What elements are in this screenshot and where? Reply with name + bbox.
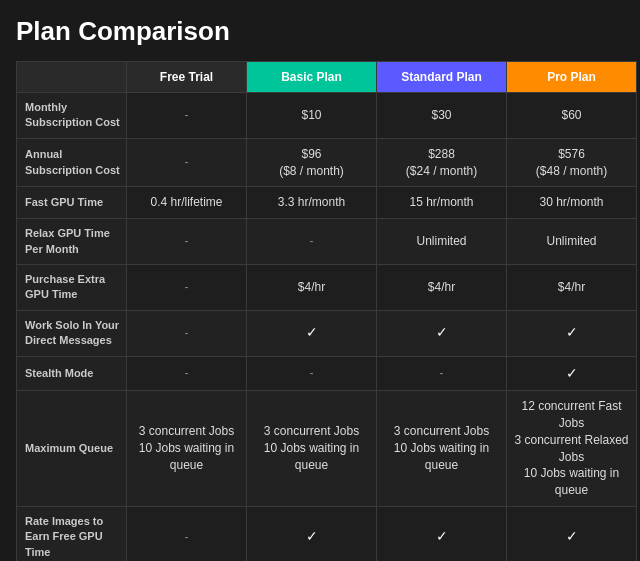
cell-basic: - [247,219,377,265]
table-row: Monthly Subscription Cost-$10$30$60 [17,93,637,139]
table-row: Stealth Mode---✓ [17,356,637,391]
col-header-pro: Pro Plan [507,62,637,93]
cell-feature: Purchase Extra GPU Time [17,264,127,310]
cell-pro: ✓ [507,356,637,391]
dash-icon: - [185,108,189,122]
cell-standard: $288 ($24 / month) [377,138,507,187]
dash-icon: - [185,155,189,169]
table-row: Maximum Queue3 concurrent Jobs 10 Jobs w… [17,391,637,507]
cell-basic: $96 ($8 / month) [247,138,377,187]
cell-basic: ✓ [247,310,377,356]
cell-feature: Work Solo In Your Direct Messages [17,310,127,356]
cell-free: 3 concurrent Jobs 10 Jobs waiting in que… [127,391,247,507]
dash-icon: - [185,530,189,544]
cell-pro: 30 hr/month [507,187,637,219]
cell-feature: Fast GPU Time [17,187,127,219]
dash-icon: - [185,366,189,380]
table-row: Rate Images to Earn Free GPU Time-✓✓✓ [17,506,637,561]
cell-pro: Unlimited [507,219,637,265]
check-icon: ✓ [436,528,448,544]
cell-pro: ✓ [507,506,637,561]
cell-feature: Maximum Queue [17,391,127,507]
table-row: Work Solo In Your Direct Messages-✓✓✓ [17,310,637,356]
check-icon: ✓ [436,324,448,340]
cell-standard: Unlimited [377,219,507,265]
cell-feature: Rate Images to Earn Free GPU Time [17,506,127,561]
col-header-basic: Basic Plan [247,62,377,93]
cell-standard: - [377,356,507,391]
dash-icon: - [310,366,314,380]
cell-feature: Relax GPU Time Per Month [17,219,127,265]
dash-icon: - [185,280,189,294]
cell-free: - [127,506,247,561]
cell-standard: $4/hr [377,264,507,310]
check-icon: ✓ [566,365,578,381]
check-icon: ✓ [566,324,578,340]
page-title: Plan Comparison [16,16,624,47]
comparison-table: Free Trial Basic Plan Standard Plan Pro … [16,61,637,561]
dash-icon: - [440,366,444,380]
cell-free: - [127,219,247,265]
cell-feature: Stealth Mode [17,356,127,391]
cell-pro: $576 ($48 / month) [507,138,637,187]
cell-standard: 3 concurrent Jobs 10 Jobs waiting in que… [377,391,507,507]
cell-pro: $60 [507,93,637,139]
cell-free: 0.4 hr/lifetime [127,187,247,219]
cell-pro: 12 concurrent Fast Jobs 3 concurrent Rel… [507,391,637,507]
cell-basic: $10 [247,93,377,139]
check-icon: ✓ [306,528,318,544]
table-row: Fast GPU Time0.4 hr/lifetime3.3 hr/month… [17,187,637,219]
cell-feature: Annual Subscription Cost [17,138,127,187]
dash-icon: - [185,234,189,248]
cell-free: - [127,138,247,187]
cell-free: - [127,264,247,310]
cell-basic: ✓ [247,506,377,561]
col-header-feature [17,62,127,93]
cell-standard: $30 [377,93,507,139]
table-row: Relax GPU Time Per Month--UnlimitedUnlim… [17,219,637,265]
cell-free: - [127,356,247,391]
check-icon: ✓ [566,528,578,544]
cell-standard: ✓ [377,506,507,561]
cell-standard: ✓ [377,310,507,356]
cell-pro: $4/hr [507,264,637,310]
cell-basic: $4/hr [247,264,377,310]
cell-free: - [127,310,247,356]
col-header-free: Free Trial [127,62,247,93]
table-row: Annual Subscription Cost-$96 ($8 / month… [17,138,637,187]
cell-basic: 3 concurrent Jobs 10 Jobs waiting in que… [247,391,377,507]
dash-icon: - [310,234,314,248]
cell-basic: - [247,356,377,391]
dash-icon: - [185,326,189,340]
cell-standard: 15 hr/month [377,187,507,219]
cell-free: - [127,93,247,139]
cell-feature: Monthly Subscription Cost [17,93,127,139]
col-header-standard: Standard Plan [377,62,507,93]
cell-pro: ✓ [507,310,637,356]
check-icon: ✓ [306,324,318,340]
table-row: Purchase Extra GPU Time-$4/hr$4/hr$4/hr [17,264,637,310]
cell-basic: 3.3 hr/month [247,187,377,219]
